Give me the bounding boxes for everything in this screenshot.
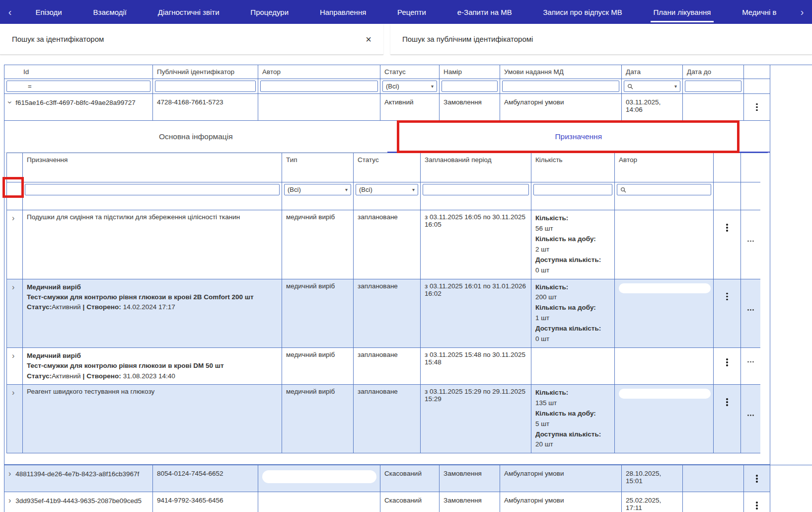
cell-prescription-status: заплановане	[354, 348, 421, 384]
prescription-row[interactable]: Реагент швидкого тестування на глюкозу м…	[6, 385, 760, 454]
prescription-row[interactable]: Медичний виріб Тест-смужки для контролю …	[6, 279, 760, 348]
cell-prescription-name: Подушки для сидіння та підстилки для збе…	[23, 210, 282, 279]
cell-date-to	[683, 465, 744, 492]
table-row[interactable]: 48811394-de26-4e7b-8423-a8f16cb3967f 805…	[4, 465, 770, 492]
more-actions-icon[interactable]	[745, 411, 756, 421]
redacted-author	[619, 389, 711, 399]
expand-row-icon[interactable]	[8, 470, 11, 478]
prescription-row[interactable]: Подушки для сидіння та підстилки для збе…	[6, 210, 760, 279]
tab-procedures[interactable]: Процедури	[245, 0, 294, 24]
row-menu-icon[interactable]	[752, 472, 762, 485]
expand-row-icon[interactable]	[12, 389, 14, 397]
row-menu-icon[interactable]	[722, 221, 732, 234]
expand-row-icon[interactable]	[12, 283, 14, 291]
column-header-status[interactable]: Статус	[380, 65, 440, 79]
column-header-intent[interactable]: Намір	[440, 65, 500, 79]
quantity-filter-input[interactable]	[533, 184, 612, 195]
tab-basic-info[interactable]: Основна інформація	[4, 121, 387, 152]
period-filter-input[interactable]	[423, 184, 529, 195]
tab-episodes[interactable]: Епізоди	[30, 0, 67, 24]
cell-planned-period: з 03.11.2025 15:29 по 29.11.2025 15:29	[421, 385, 531, 453]
column-header-prescription-author[interactable]: Автор	[615, 153, 714, 182]
id-filter-operator[interactable]: =	[28, 83, 32, 90]
column-header-id[interactable]: Id	[4, 65, 153, 79]
column-header-type[interactable]: Тип	[282, 153, 354, 182]
cell-date: 25.02.2025, 17:11	[622, 492, 683, 512]
row-menu-icon[interactable]	[722, 396, 732, 409]
top-navigation: ‹ Епізоди Взаємодії Діагностичні звіти П…	[0, 0, 812, 24]
table-row[interactable]: f615ae16-c3ff-4697-b8fc-49ae28a99727 472…	[4, 94, 770, 121]
cell-type: медичний виріб	[282, 279, 354, 348]
more-actions-icon[interactable]	[745, 305, 756, 315]
tab-e-requests-mv[interactable]: е-Запити на МВ	[452, 0, 517, 24]
collapse-row-icon[interactable]	[8, 98, 11, 106]
row-menu-icon[interactable]	[752, 101, 762, 114]
cell-prescription-author	[615, 210, 714, 279]
prescription-row[interactable]: Медичний виріб Тест-смужки для контролю …	[6, 348, 760, 385]
nav-scroll-left-icon[interactable]: ‹	[0, 0, 20, 24]
tab-prescriptions-detail[interactable]: Призначення	[387, 121, 770, 152]
cell-care-conditions: Амбулаторні умови	[500, 492, 622, 512]
cell-status: Скасований	[380, 465, 440, 492]
prescription-filter-input[interactable]	[25, 184, 280, 195]
column-header-date[interactable]: Дата	[622, 65, 683, 79]
treatment-plans-grid: Id Публічний ідентифікатор Автор Статус …	[4, 65, 812, 121]
tab-prescriptions[interactable]: Рецепти	[392, 0, 431, 24]
detail-tabs: Основна інформація Призначення	[4, 121, 770, 153]
public-id-filter-input[interactable]	[155, 81, 256, 92]
search-by-public-id-panel[interactable]: Пошук за публічним ідентифікаторомі	[390, 24, 812, 55]
date-to-filter-input[interactable]	[685, 81, 741, 92]
column-header-author[interactable]: Автор	[258, 65, 380, 79]
column-header-actions	[744, 65, 770, 79]
tab-diagnostic-reports[interactable]: Діагностичні звіти	[153, 0, 224, 24]
tab-mv-dispense-records[interactable]: Записи про відпуск МВ	[538, 0, 627, 24]
cell-author	[258, 492, 380, 512]
expand-row-icon[interactable]	[12, 352, 14, 360]
more-actions-icon[interactable]	[745, 236, 756, 246]
author-filter-input[interactable]	[260, 81, 378, 92]
id-filter-input[interactable]: =	[6, 81, 150, 92]
column-header-public-id[interactable]: Публічний ідентифікатор	[153, 65, 258, 79]
cell-care-conditions: Амбулаторні умови	[500, 465, 622, 492]
intent-filter-input[interactable]	[442, 81, 498, 92]
more-actions-icon[interactable]	[745, 357, 756, 367]
cell-id: 48811394-de26-4e7b-8423-a8f16cb3967f	[4, 465, 153, 492]
search-by-id-panel[interactable]: Пошук за ідентифікатором ×	[0, 24, 383, 55]
chevron-down-icon[interactable]	[674, 84, 677, 89]
cell-quantity: Кількість: 200 шт Кількість на добу: 1 ш…	[531, 279, 615, 348]
cell-prescription-status: заплановане	[354, 279, 421, 348]
expand-row-icon[interactable]	[12, 214, 14, 222]
column-header-prescription[interactable]: Призначення	[23, 153, 282, 182]
cell-prescription-name: Медичний виріб Тест-смужки для контролю …	[23, 348, 282, 384]
cell-public-id: 8054-0124-7454-6652	[153, 465, 258, 492]
tab-interactions[interactable]: Взаємодії	[88, 0, 132, 24]
column-header-care-conditions[interactable]: Умови надання МД	[500, 65, 622, 79]
table-row[interactable]: 3dd935ef-41b9-4443-9635-2087be09ced5 941…	[4, 492, 770, 512]
type-filter-select[interactable]: (Всі)	[284, 184, 351, 195]
chevron-down-icon[interactable]	[431, 84, 434, 89]
row-id-value: 48811394-de26-4e7b-8423-a8f16cb3967f	[15, 470, 139, 478]
date-filter-input[interactable]	[624, 81, 680, 92]
conditions-filter-input[interactable]	[502, 81, 619, 92]
tab-medical-devices[interactable]: Медичні в	[737, 0, 781, 24]
expand-row-icon[interactable]	[8, 497, 11, 505]
prescription-status-filter-select[interactable]: (Всі)	[356, 184, 418, 195]
column-header-quantity[interactable]: Кількість	[531, 153, 615, 182]
cell-prescription-author	[615, 279, 714, 348]
column-header-planned-period[interactable]: Запланований період	[421, 153, 531, 182]
tab-treatment-plans[interactable]: Плани лікування	[649, 0, 716, 24]
chevron-down-icon[interactable]	[412, 187, 415, 192]
row-menu-icon[interactable]	[722, 290, 732, 303]
prescription-author-filter-input[interactable]	[617, 184, 711, 195]
row-menu-icon[interactable]	[722, 356, 732, 369]
column-header-date-to[interactable]: Дата до	[683, 65, 744, 79]
nav-scroll-right-icon[interactable]: ›	[792, 0, 812, 24]
close-icon[interactable]: ×	[366, 34, 371, 44]
search-icon	[620, 187, 626, 193]
row-menu-icon[interactable]	[752, 499, 762, 512]
column-header-prescription-status[interactable]: Статус	[354, 153, 421, 182]
search-row: Пошук за ідентифікатором × Пошук за публ…	[0, 24, 812, 55]
chevron-down-icon[interactable]	[345, 187, 348, 192]
status-filter-select[interactable]: (Всі)	[382, 81, 437, 92]
tab-referrals[interactable]: Направлення	[315, 0, 371, 24]
